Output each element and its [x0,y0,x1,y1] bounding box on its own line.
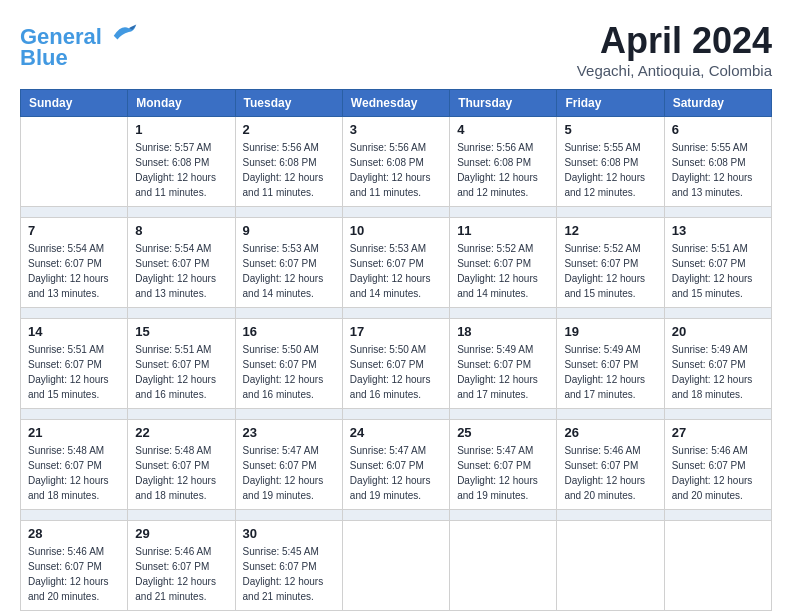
day-number: 6 [672,122,764,137]
weekday-header-friday: Friday [557,90,664,117]
calendar-cell [450,521,557,611]
day-number: 9 [243,223,335,238]
calendar-cell: 28Sunrise: 5:46 AMSunset: 6:07 PMDayligh… [21,521,128,611]
day-info: Sunrise: 5:50 AMSunset: 6:07 PMDaylight:… [350,342,442,402]
day-info: Sunrise: 5:56 AMSunset: 6:08 PMDaylight:… [457,140,549,200]
weekday-header-tuesday: Tuesday [235,90,342,117]
calendar-cell: 1Sunrise: 5:57 AMSunset: 6:08 PMDaylight… [128,117,235,207]
calendar-cell: 7Sunrise: 5:54 AMSunset: 6:07 PMDaylight… [21,218,128,308]
spacer-cell [450,308,557,319]
day-info: Sunrise: 5:51 AMSunset: 6:07 PMDaylight:… [135,342,227,402]
day-number: 12 [564,223,656,238]
calendar-cell [342,521,449,611]
calendar-cell: 27Sunrise: 5:46 AMSunset: 6:07 PMDayligh… [664,420,771,510]
calendar-cell: 20Sunrise: 5:49 AMSunset: 6:07 PMDayligh… [664,319,771,409]
calendar-cell [664,521,771,611]
day-number: 3 [350,122,442,137]
calendar-cell: 30Sunrise: 5:45 AMSunset: 6:07 PMDayligh… [235,521,342,611]
day-number: 18 [457,324,549,339]
day-number: 13 [672,223,764,238]
calendar-cell: 10Sunrise: 5:53 AMSunset: 6:07 PMDayligh… [342,218,449,308]
spacer-cell [557,308,664,319]
day-number: 15 [135,324,227,339]
spacer-cell [664,207,771,218]
day-info: Sunrise: 5:55 AMSunset: 6:08 PMDaylight:… [564,140,656,200]
calendar-cell: 3Sunrise: 5:56 AMSunset: 6:08 PMDaylight… [342,117,449,207]
day-number: 11 [457,223,549,238]
spacer-cell [342,409,449,420]
day-number: 1 [135,122,227,137]
day-info: Sunrise: 5:49 AMSunset: 6:07 PMDaylight:… [564,342,656,402]
spacer-cell [342,510,449,521]
calendar-cell: 15Sunrise: 5:51 AMSunset: 6:07 PMDayligh… [128,319,235,409]
day-info: Sunrise: 5:52 AMSunset: 6:07 PMDaylight:… [457,241,549,301]
day-number: 29 [135,526,227,541]
day-number: 23 [243,425,335,440]
weekday-header-saturday: Saturday [664,90,771,117]
spacer-cell [128,308,235,319]
day-number: 2 [243,122,335,137]
calendar-spacer-row [21,510,772,521]
day-number: 19 [564,324,656,339]
calendar-cell: 14Sunrise: 5:51 AMSunset: 6:07 PMDayligh… [21,319,128,409]
spacer-cell [235,207,342,218]
spacer-cell [450,207,557,218]
calendar-cell: 17Sunrise: 5:50 AMSunset: 6:07 PMDayligh… [342,319,449,409]
spacer-cell [664,409,771,420]
day-number: 16 [243,324,335,339]
calendar-cell: 23Sunrise: 5:47 AMSunset: 6:07 PMDayligh… [235,420,342,510]
day-info: Sunrise: 5:48 AMSunset: 6:07 PMDaylight:… [135,443,227,503]
spacer-cell [235,409,342,420]
day-info: Sunrise: 5:53 AMSunset: 6:07 PMDaylight:… [350,241,442,301]
weekday-header-sunday: Sunday [21,90,128,117]
calendar-cell: 26Sunrise: 5:46 AMSunset: 6:07 PMDayligh… [557,420,664,510]
spacer-cell [128,409,235,420]
day-info: Sunrise: 5:54 AMSunset: 6:07 PMDaylight:… [28,241,120,301]
title-area: April 2024 Vegachi, Antioquia, Colombia [577,20,772,79]
day-info: Sunrise: 5:46 AMSunset: 6:07 PMDaylight:… [564,443,656,503]
day-number: 14 [28,324,120,339]
spacer-cell [664,308,771,319]
day-info: Sunrise: 5:47 AMSunset: 6:07 PMDaylight:… [243,443,335,503]
spacer-cell [21,409,128,420]
day-number: 5 [564,122,656,137]
calendar-cell [21,117,128,207]
day-number: 10 [350,223,442,238]
spacer-cell [557,207,664,218]
calendar-cell: 11Sunrise: 5:52 AMSunset: 6:07 PMDayligh… [450,218,557,308]
calendar-cell: 16Sunrise: 5:50 AMSunset: 6:07 PMDayligh… [235,319,342,409]
calendar-cell: 18Sunrise: 5:49 AMSunset: 6:07 PMDayligh… [450,319,557,409]
calendar-spacer-row [21,207,772,218]
calendar-cell: 19Sunrise: 5:49 AMSunset: 6:07 PMDayligh… [557,319,664,409]
calendar-spacer-row [21,409,772,420]
day-info: Sunrise: 5:45 AMSunset: 6:07 PMDaylight:… [243,544,335,604]
day-info: Sunrise: 5:49 AMSunset: 6:07 PMDaylight:… [457,342,549,402]
month-title: April 2024 [577,20,772,62]
day-info: Sunrise: 5:47 AMSunset: 6:07 PMDaylight:… [350,443,442,503]
day-info: Sunrise: 5:52 AMSunset: 6:07 PMDaylight:… [564,241,656,301]
day-info: Sunrise: 5:53 AMSunset: 6:07 PMDaylight:… [243,241,335,301]
calendar-cell: 2Sunrise: 5:56 AMSunset: 6:08 PMDaylight… [235,117,342,207]
weekday-header-wednesday: Wednesday [342,90,449,117]
spacer-cell [342,207,449,218]
day-number: 22 [135,425,227,440]
calendar-cell [557,521,664,611]
calendar-cell: 5Sunrise: 5:55 AMSunset: 6:08 PMDaylight… [557,117,664,207]
day-number: 28 [28,526,120,541]
day-number: 7 [28,223,120,238]
day-info: Sunrise: 5:50 AMSunset: 6:07 PMDaylight:… [243,342,335,402]
day-info: Sunrise: 5:51 AMSunset: 6:07 PMDaylight:… [28,342,120,402]
spacer-cell [664,510,771,521]
spacer-cell [21,308,128,319]
spacer-cell [235,308,342,319]
calendar-cell: 22Sunrise: 5:48 AMSunset: 6:07 PMDayligh… [128,420,235,510]
day-info: Sunrise: 5:57 AMSunset: 6:08 PMDaylight:… [135,140,227,200]
spacer-cell [128,510,235,521]
day-info: Sunrise: 5:48 AMSunset: 6:07 PMDaylight:… [28,443,120,503]
spacer-cell [21,510,128,521]
spacer-cell [235,510,342,521]
day-info: Sunrise: 5:47 AMSunset: 6:07 PMDaylight:… [457,443,549,503]
page-header: General Blue April 2024 Vegachi, Antioqu… [20,20,772,79]
day-info: Sunrise: 5:56 AMSunset: 6:08 PMDaylight:… [350,140,442,200]
calendar-cell: 24Sunrise: 5:47 AMSunset: 6:07 PMDayligh… [342,420,449,510]
